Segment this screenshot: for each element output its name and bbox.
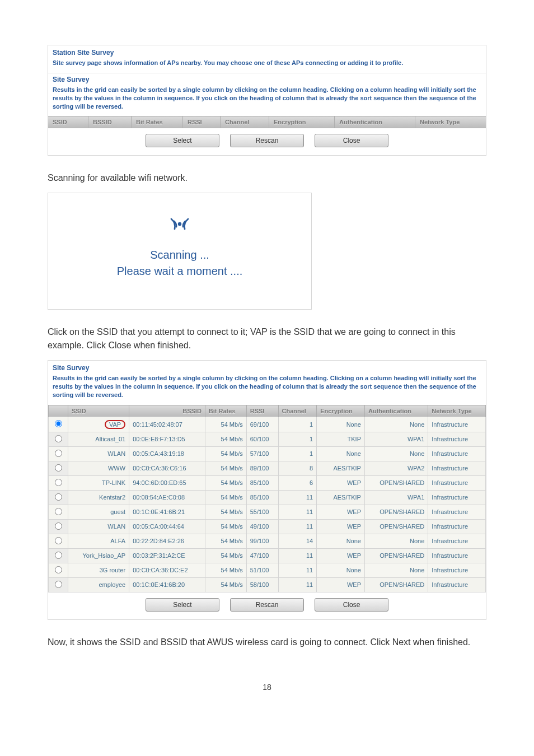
row-radio[interactable] [49,475,68,490]
cell-rate: 54 Mb/s [205,475,246,490]
table-row[interactable]: ALFA00:22:2D:84:E2:2654 Mb/s99/10014None… [49,534,486,548]
cell-encryption: None [317,446,365,461]
cell-rssi: 47/100 [246,548,278,563]
table-row[interactable]: Alticast_0100:0E:E8:F7:13:D554 Mb/s60/10… [49,432,486,446]
cell-encryption: WEP [317,519,365,534]
cell-auth: OPEN/SHARED [364,519,428,534]
cell-ntype: Infrastructure [428,490,486,505]
cell-auth: OPEN/SHARED [364,577,428,592]
cell-ssid: WLAN [68,446,129,461]
row-radio[interactable] [49,577,68,592]
cell-rate: 54 Mb/s [205,432,246,446]
cell-ntype: Infrastructure [428,461,486,475]
close-button[interactable]: Close [315,598,388,612]
cell-ntype: Infrastructure [428,417,486,432]
scanning-panel: Scanning ... Please wait a moment .... [48,193,312,310]
table-row[interactable]: WLAN00:05:CA:43:19:1854 Mb/s57/1001NoneN… [49,446,486,461]
row-radio[interactable] [49,417,68,432]
cell-ssid: Alticast_01 [68,432,129,446]
cell-bssid: 00:08:54:AE:C0:08 [129,490,205,505]
cell-rssi: 85/100 [246,490,278,505]
cell-auth: OPEN/SHARED [364,475,428,490]
rescan-button[interactable]: Rescan [230,134,304,147]
row-radio[interactable] [49,519,68,534]
cell-channel: 1 [278,432,317,446]
select-button[interactable]: Select [146,134,219,147]
cell-rssi: 69/100 [246,417,278,432]
results-table: SSID BSSID Bit Rates RSSI Channel Encryp… [48,405,486,592]
survey-desc: Results in the grid can easily be sorted… [48,373,486,405]
col-encryption[interactable]: Encryption [269,116,335,128]
button-row: Select Rescan Close [48,592,486,619]
cell-bssid: 94:0C:6D:00:ED:65 [129,475,205,490]
table-row[interactable]: 3G router00:C0:CA:36:DC:E254 Mb/s51/1001… [49,563,486,577]
col-bssid[interactable]: BSSID [88,116,132,128]
cell-ntype: Infrastructure [428,563,486,577]
cell-ntype: Infrastructure [428,548,486,563]
row-radio[interactable] [49,505,68,519]
cell-ssid: York_Hsiao_AP [68,548,129,563]
select-button[interactable]: Select [146,598,219,612]
col-rssi[interactable]: RSSI [183,116,221,128]
cell-bssid: 00:0E:E8:F7:13:D5 [129,432,205,446]
col-bitrates[interactable]: Bit Rates [132,116,183,128]
cell-rate: 54 Mb/s [205,519,246,534]
col-channel[interactable]: Channel [221,116,269,128]
cell-ssid: TP-LINK [68,475,129,490]
cell-ntype: Infrastructure [428,534,486,548]
cell-rssi: 99/100 [246,534,278,548]
col-ntype[interactable]: Network Type [428,405,486,417]
table-row[interactable]: employee00:1C:0E:41:6B:2054 Mb/s58/10011… [49,577,486,592]
cell-encryption: AES/TKIP [317,461,365,475]
wait-text: Please wait a moment .... [59,265,300,278]
col-bitrates[interactable]: Bit Rates [205,405,246,417]
table-row[interactable]: Kentstar200:08:54:AE:C0:0854 Mb/s85/1001… [49,490,486,505]
col-auth[interactable]: Authentication [364,405,428,417]
cell-channel: 11 [278,519,317,534]
cell-bssid: 00:05:CA:00:44:64 [129,519,205,534]
row-radio[interactable] [49,563,68,577]
table-row[interactable]: York_Hsiao_AP00:03:2F:31:A2:CE54 Mb/s47/… [49,548,486,563]
cell-ssid: employee [68,577,129,592]
cell-ssid: WLAN [68,519,129,534]
col-ntype[interactable]: Network Type [415,116,486,128]
row-radio[interactable] [49,432,68,446]
rescan-button[interactable]: Rescan [230,598,304,612]
cell-rate: 54 Mb/s [205,577,246,592]
cell-channel: 1 [278,446,317,461]
row-radio[interactable] [49,446,68,461]
row-radio[interactable] [49,461,68,475]
table-row[interactable]: WLAN00:05:CA:00:44:6454 Mb/s49/10011WEPO… [49,519,486,534]
cell-ntype: Infrastructure [428,505,486,519]
cell-encryption: WEP [317,577,365,592]
cell-rssi: 85/100 [246,475,278,490]
cell-rate: 54 Mb/s [205,534,246,548]
cell-bssid: 00:03:2F:31:A2:CE [129,548,205,563]
col-ssid[interactable]: SSID [68,405,129,417]
col-auth[interactable]: Authentication [335,116,415,128]
page-number: 18 [48,683,486,692]
row-radio[interactable] [49,534,68,548]
grid-desc: Results in the grid can easily be sorted… [48,85,486,116]
col-ssid[interactable]: SSID [48,116,88,128]
row-radio[interactable] [49,548,68,563]
table-row[interactable]: VAP00:11:45:02:48:0754 Mb/s69/1001NoneNo… [49,417,486,432]
table-row[interactable]: TP-LINK94:0C:6D:00:ED:6554 Mb/s85/1006WE… [49,475,486,490]
col-channel[interactable]: Channel [278,405,317,417]
cell-rssi: 49/100 [246,519,278,534]
close-button[interactable]: Close [315,134,388,147]
cell-bssid: 00:05:CA:43:19:18 [129,446,205,461]
cell-bssid: 00:C0:CA:36:DC:E2 [129,563,205,577]
cell-ntype: Infrastructure [428,432,486,446]
col-bssid[interactable]: BSSID [129,405,205,417]
col-rssi[interactable]: RSSI [246,405,278,417]
table-row[interactable]: WWW00:C0:CA:36:C6:1654 Mb/s89/1008AES/TK… [49,461,486,475]
cell-channel: 11 [278,577,317,592]
table-row[interactable]: guest00:1C:0E:41:6B:2154 Mb/s55/10011WEP… [49,505,486,519]
cell-channel: 1 [278,417,317,432]
row-radio[interactable] [49,490,68,505]
body-text-1: Scanning for available wifi network. [48,171,486,185]
cell-rate: 54 Mb/s [205,490,246,505]
col-encryption[interactable]: Encryption [317,405,365,417]
col-blank [49,405,68,417]
